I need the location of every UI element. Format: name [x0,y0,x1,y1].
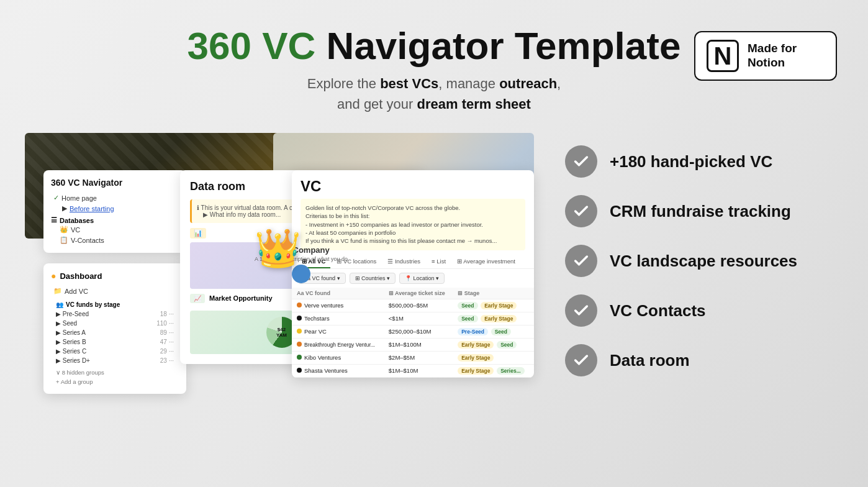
info-icon: ℹ [197,204,201,211]
checkmark-icon [572,302,590,319]
check-circle-1 [565,145,597,178]
stage-row-series-c[interactable]: ▶ Series C 29 ··· [51,347,179,356]
series-a-count: 89 ··· [160,329,174,336]
badge-series: Series... [497,367,525,375]
checkmark-icon [572,252,590,270]
feature-landscape: VC landscape resources [565,245,843,277]
notion-nav-panel: 360 VC Navigator ✓ Home page ▶ Before st… [43,170,186,253]
market-icon: 📈 [190,294,205,303]
table-row[interactable]: Shasta Ventures $1M–$10M Early Stage Ser… [292,364,534,377]
feature-text-contacts: VC Contacts [610,301,706,321]
vc-dot [297,342,302,347]
checkmark-icon [572,153,590,170]
features-area: +180 hand-picked VC CRM fundraise tracki… [553,133,843,487]
vc-stages-header: 👥 VC funds by stage [51,300,179,309]
table-row[interactable]: Techstars <$1M Seed Early Stage [292,312,534,325]
nav-vcontacts[interactable]: 📋 V-Contacts [57,235,179,245]
ticket-size: $1M–$100M [384,338,453,351]
check-circle-4 [565,294,597,327]
pitch-deck-icon: 📊 [190,228,206,239]
tab-industries[interactable]: ☰ Industries [382,255,425,268]
check-circle-3 [565,245,597,277]
feature-dataroom: Data room [565,344,843,376]
stage-row-seed[interactable]: ▶ Seed 110 ··· [51,319,179,328]
market-label: Market Opportunity [209,294,272,302]
feature-crm: CRM fundraise tracking [565,195,843,227]
vc-description: Golden list of top-notch VC/Corporate VC… [301,199,525,250]
ticket-size: $2M–$5M [384,351,453,364]
badge-early: Early Stage [481,302,517,309]
subtitle: Explore the best VCs, manage outreach, a… [188,73,681,114]
nav-databases: ☰ Databases [51,216,179,224]
stage-row-preseed[interactable]: ▶ Pre-Seed 18 ··· [51,309,179,319]
hidden-groups-label: 8 hidden groups [62,369,104,376]
stage-badges: Seed Early Stage [453,299,534,312]
expand-preseed: ▶ Pre-Seed [56,311,89,317]
subtitle-mid: , manage [438,76,499,91]
nav-vc[interactable]: 👑 VC [57,224,179,235]
nav-item-before-starting[interactable]: ▶ Before starting [60,203,179,214]
crown-icon: 👑 [255,226,301,270]
expand-series-b: ▶ Series B [56,339,86,345]
subtitle-bold3: dream term sheet [417,96,531,112]
screenshot-area: 👑 360 VC Navigator ✓ Home page ▶ Before … [25,133,534,468]
series-b-count: 47 ··· [160,339,174,345]
badge-early: Early Stage [458,341,494,348]
what-info-expand[interactable]: ▶ What info my data room... [203,211,281,218]
people-icon: 👥 [56,301,63,308]
vc-name: Kibo Ventures [292,351,384,364]
table-row[interactable]: Pear VC $250,000–$10M Pre-Seed Seed [292,325,534,338]
vc-name: Breakthrough Energy Ventur... [292,338,384,351]
add-vc-button[interactable]: 📁 Add VC [51,286,179,296]
vcontacts-label: V-Contacts [71,237,104,244]
crown-small-icon: 👑 [60,225,68,234]
filter-location[interactable]: 📍 Location ▾ [399,273,445,284]
notion-badge-line2: Notion [748,56,797,70]
hidden-groups: ∨ 8 hidden groups [51,368,179,377]
expand-series-c: ▶ Series C [56,348,86,355]
notion-badge: N Made for Notion [694,31,837,81]
title-vc: VC [262,24,315,67]
badge-early: Early Stage [458,367,494,375]
col-ticket-size: ⊞ Average ticket size [384,288,453,299]
col-vc-found: Aa VC found [292,288,384,299]
stage-row-series-a[interactable]: ▶ Series A 89 ··· [51,328,179,337]
vc-dot [297,329,302,334]
checkmark-icon [572,352,590,369]
stages-label: VC funds by stage [66,301,120,308]
expand-series-a: ▶ Series A [56,329,86,336]
feature-contacts: VC Contacts [565,294,843,327]
ticket-size: $500,000–$5M [384,299,453,312]
notion-badge-text: Made for Notion [748,42,797,70]
ticket-size: $250,000–$10M [384,325,453,338]
col-stage: ⊞ Stage [453,288,534,299]
dash-header: ● Dashboard [51,271,179,281]
dash-title: Dashboard [60,271,102,281]
vc-name: Techstars [292,312,384,325]
table-row[interactable]: Kibo Ventures $2M–$5M Early Stage [292,351,534,364]
before-starting-label: Before starting [70,205,114,212]
expand-seed: ▶ Seed [56,320,77,327]
feature-vc-count: +180 hand-picked VC [565,145,843,178]
table-row[interactable]: Verve ventures $500,000–$5M Seed Early S… [292,299,534,312]
stage-row-series-d[interactable]: ▶ Series D+ 23 ··· [51,356,179,365]
notion-badge-line1: Made for [748,42,797,56]
main-title: 360 VC Navigator Template [188,25,681,67]
notion-icon: N [707,40,739,72]
stage-row-series-b[interactable]: ▶ Series B 47 ··· [51,337,179,347]
feature-text-dataroom: Data room [610,351,690,370]
tab-avg-investment[interactable]: ⊞ Average investment [452,255,520,268]
filter-countries[interactable]: ⊞ Countries ▾ [350,273,396,284]
ticket-size: $1M–$10M [384,364,453,377]
title-suffix: Navigator Template [315,24,680,67]
preseed-count: 18 ··· [160,311,174,317]
vc-label: VC [71,226,80,234]
dash-orange-dot: ● [51,271,56,281]
folder-icon: 📁 [53,287,62,295]
table-row[interactable]: Breakthrough Energy Ventur... $1M–$100M … [292,338,534,351]
add-group-button[interactable]: + Add a group [51,377,179,386]
subtitle-pre2: and get your [337,96,417,112]
badge-early: Early Stage [458,354,494,362]
ticket-size: <$1M [384,312,453,325]
tab-list[interactable]: ≡ List [427,255,451,268]
